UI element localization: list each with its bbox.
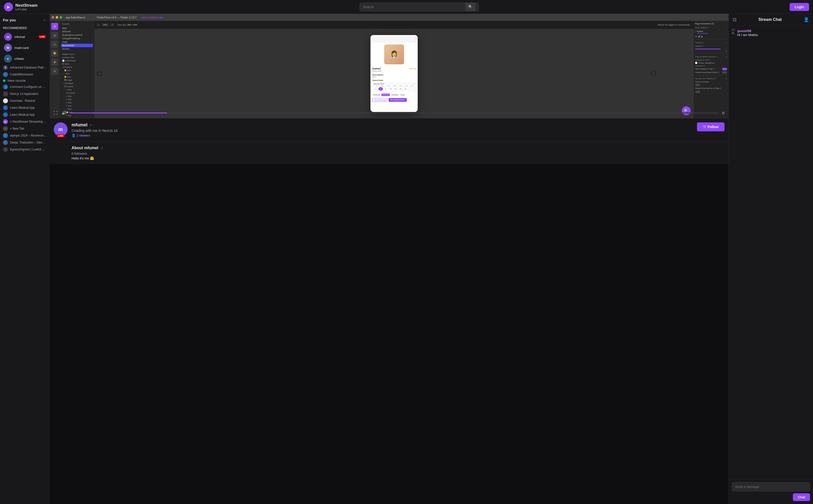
chat-user-icon[interactable]: 👤 xyxy=(804,17,809,22)
ff-day-7[interactable]: 7 xyxy=(373,87,378,91)
ff-widget-column2[interactable]: ☰ Column xyxy=(61,85,93,88)
sidebar-item-adv-database[interactable]: 🗄 Advanced Database Platform xyxy=(0,64,50,71)
sidebar-item-resend[interactable]: 📨 Overview · Resend xyxy=(0,97,50,104)
ff-page-booking[interactable]: BookingSuccessFull xyxy=(61,33,93,37)
chat-send-area: Chat xyxy=(732,493,810,501)
ff-route-settings[interactable]: Route Settings ⓘ › xyxy=(695,26,727,30)
ff-widget-text1[interactable]: T Text xyxy=(61,98,93,101)
channel-icon-new-tab: + xyxy=(3,126,8,131)
ff-day-10[interactable]: 10 xyxy=(388,87,393,91)
ff-slot-0800[interactable]: 08:00 AM xyxy=(372,94,381,96)
ff-send-message-btn[interactable]: Send Message xyxy=(372,98,388,102)
ff-search-label: Search for pages or components... xyxy=(658,24,692,26)
fullscreen-button[interactable]: ⛶ xyxy=(53,110,59,116)
chat-send-button[interactable]: Chat xyxy=(793,493,810,501)
ff-disable-back-label: Disable Android Back Button ⓘ xyxy=(695,71,720,74)
ff-select-date: Select Date January 2024 ‹ › xyxy=(371,78,418,93)
stream-controls: ⛶ 🔊 ⊡ xyxy=(50,109,729,116)
channel-icon-cwa: 🔵 xyxy=(3,72,8,77)
ff-widget-text2[interactable]: T Text xyxy=(61,104,93,108)
viewer-count: 👤 2 viewers xyxy=(72,134,693,137)
search-input[interactable] xyxy=(363,5,463,9)
progress-bar[interactable] xyxy=(70,112,719,113)
ff-widget-doctordetail[interactable]: 📄 doctorDetail xyxy=(61,59,93,62)
ff-page-doctors[interactable]: doctors xyxy=(61,47,93,51)
ff-widget-row[interactable]: — Row xyxy=(61,72,93,75)
sidebar-item-mfumel[interactable]: m mfumel LIVE xyxy=(1,31,49,42)
ff-widget-row3[interactable]: — Row xyxy=(61,95,93,98)
header: ▶ NextStream Let's play 🔍 Login xyxy=(0,0,813,14)
ff-nav-right[interactable]: ⋮ xyxy=(651,71,657,76)
pip-button[interactable]: ⊡ xyxy=(721,110,726,116)
ff-widget-icon[interactable]: ⊞ xyxy=(51,32,58,39)
chat-timestamp-1b: 01 xyxy=(732,32,735,35)
sidebar-item-cdn[interactable]: 📘 Comment Configurer un CDN... xyxy=(0,83,50,90)
ff-scaffold-icon-3[interactable]: ▶ xyxy=(702,36,703,38)
ff-slot-0900[interactable]: 09:00 AM xyxy=(381,94,390,96)
ff-widget-container[interactable]: □ Container xyxy=(61,82,93,85)
ff-page-doctor-detail[interactable]: doctorDetail xyxy=(61,44,93,47)
sidebar-item-nextjs[interactable]: ⬛ Next.js 13 Application xyxy=(0,90,50,97)
ff-scaffold-icon-2[interactable]: 🔗 xyxy=(698,36,701,38)
ff-theme-icon[interactable]: 🎨 xyxy=(51,50,58,57)
sidebar-item-deepl[interactable]: 🔵 DeepL Traduction – DeepL Tr... xyxy=(0,139,50,146)
ff-widget-icon2[interactable]: ⭐ Icon xyxy=(61,75,93,78)
ff-settings-icon[interactable]: ⚙ xyxy=(51,68,58,74)
sidebar-item-codewithantonio[interactable]: 🔵 CodeWithAntonio xyxy=(0,71,50,78)
ff-hide-keyboard-toggle[interactable] xyxy=(722,68,727,70)
avatar-mfumel: m xyxy=(4,33,12,41)
sidebar-item-neon[interactable]: Neon console xyxy=(0,78,50,83)
ff-page-alldoctor[interactable]: allDoctor xyxy=(61,30,93,33)
ff-day-11[interactable]: 11 xyxy=(393,87,398,91)
ff-slot-1130[interactable]: 11:30 xyxy=(400,94,405,96)
ff-scaffold-icon-1[interactable]: ⚙ xyxy=(695,36,697,38)
sidebar-item-new-tab[interactable]: + + New Tab xyxy=(0,125,50,132)
ff-zoom-in[interactable]: + xyxy=(110,23,114,27)
ff-flutterflow-title: FlutterFlow v4.0 — Flutter 2.13.7 xyxy=(97,16,137,19)
sidebar-item-cr0wer[interactable]: c cr0wer xyxy=(1,53,49,64)
sidebar-item-learn-medical-2[interactable]: 🟦 Learn Medical App xyxy=(0,111,50,118)
ff-pages-icon[interactable]: ☰ xyxy=(51,23,58,30)
ff-api-icon[interactable]: ⚡ xyxy=(51,59,58,66)
ff-widget-stack[interactable]: ⊞ Stack xyxy=(61,62,93,66)
ff-slot-1100[interactable]: 11:00 AM xyxy=(391,94,399,96)
ff-day-13[interactable]: 13 xyxy=(403,87,408,91)
ff-widget-row4[interactable]: — Row xyxy=(61,101,93,104)
ff-back-btn-toggle[interactable] xyxy=(722,71,727,74)
ff-page-chats[interactable]: chats xyxy=(61,40,93,44)
ff-day-12[interactable]: 12 xyxy=(398,87,403,91)
ff-always-nav-toggle[interactable] xyxy=(695,91,700,93)
ff-opacity-slider[interactable] xyxy=(695,49,721,49)
ff-description: Description [Bio] xyxy=(371,73,418,78)
ff-widget-icon1[interactable]: ⭐ Icon xyxy=(61,69,93,72)
ff-nav-bar-toggle[interactable] xyxy=(695,84,700,86)
ff-page-apps[interactable]: apps xyxy=(61,26,93,30)
sidebar-item-mael-card[interactable]: M mael-card xyxy=(1,42,49,53)
stream-info-details: mfumel ✓ Coading with me in NextJs 14 👤 … xyxy=(72,122,693,137)
sidebar-item-nextstream[interactable]: ▶ > NextStream Streaming G... xyxy=(0,118,50,125)
chat-input[interactable] xyxy=(732,482,810,491)
sidebar-item-livekit[interactable]: ⬛ Egress/Ingress | LiveKit Cloud xyxy=(0,146,50,153)
ff-nav-icon[interactable]: ◎ xyxy=(51,41,58,48)
sidebar-item-olympic[interactable]: 🔵 olympic 2024 – Recherche G... xyxy=(0,132,50,139)
ff-page-change-profile[interactable]: ChangeProfileImg xyxy=(61,37,93,40)
ff-day-9[interactable]: 9 xyxy=(383,87,388,91)
ff-zoom-out[interactable]: − xyxy=(96,23,101,27)
streamer-name-row: mfumel ✓ xyxy=(72,122,693,128)
sidebar-item-learn-medical-1[interactable]: 🟦 Learn Medical App xyxy=(0,104,50,111)
ff-day-8[interactable]: 8 xyxy=(378,87,383,91)
progress-fill xyxy=(70,112,167,113)
chat-expand-button[interactable]: ⊡ xyxy=(733,17,737,22)
ff-book-appointment-btn[interactable]: Book Appointment xyxy=(389,98,407,102)
ff-widget-image[interactable]: 🖼 Image xyxy=(61,78,93,82)
ff-bg-white-swatch[interactable] xyxy=(695,62,697,64)
volume-button[interactable]: 🔊 xyxy=(61,109,68,116)
ff-widget-row2[interactable]: — Row xyxy=(61,88,93,91)
sidebar-collapse-button[interactable]: ← xyxy=(43,18,47,22)
ff-nav-left[interactable]: ‹ xyxy=(96,71,102,76)
follow-button[interactable]: ♡ Follow xyxy=(697,122,725,131)
ff-widget-column[interactable]: ☰ Column xyxy=(61,66,93,69)
login-button[interactable]: Login xyxy=(790,3,809,11)
search-button[interactable]: 🔍 xyxy=(465,2,476,11)
ff-widget-column3[interactable]: ☰ Column xyxy=(61,91,93,95)
